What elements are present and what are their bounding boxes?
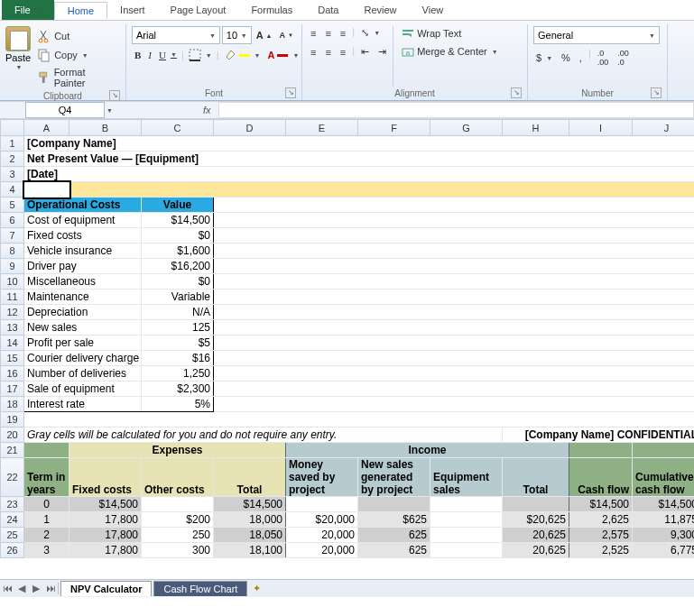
accounting-button[interactable]: $▼ — [533, 48, 555, 68]
cell[interactable] — [142, 497, 214, 512]
row-header[interactable]: 22 — [1, 458, 24, 497]
row-header[interactable]: 12 — [1, 305, 24, 320]
tab-home[interactable]: Home — [54, 2, 107, 19]
cell[interactable]: 17,800 — [69, 528, 142, 543]
cell[interactable]: $625 — [358, 512, 430, 528]
cell[interactable]: $16,200 — [142, 259, 214, 274]
cell[interactable] — [214, 228, 695, 244]
tab-data[interactable]: Data — [305, 2, 351, 18]
cell[interactable]: New sales — [24, 320, 142, 336]
cell[interactable]: Maintenance — [24, 290, 142, 305]
tab-pagelayout[interactable]: Page Layout — [158, 2, 239, 18]
cell[interactable]: 20,625 — [503, 528, 569, 543]
orientation-button[interactable]: ⤡▼ — [358, 26, 383, 40]
cell[interactable]: Vehicle insurance — [24, 244, 142, 259]
italic-button[interactable]: I — [145, 49, 154, 61]
cell[interactable]: 18,050 — [214, 528, 286, 543]
sheet-nav-first[interactable]: ⏮ — [0, 583, 14, 594]
cell[interactable]: Depreciation — [24, 305, 142, 320]
row-header[interactable]: 21 — [1, 443, 24, 458]
cell[interactable]: N/A — [142, 305, 214, 320]
decrease-decimal-button[interactable]: .00.0 — [615, 48, 632, 68]
tab-file[interactable]: File ▼ — [2, 0, 54, 20]
fill-color-button[interactable]: ▼ — [221, 48, 264, 62]
row-header[interactable]: 10 — [1, 274, 24, 290]
cell[interactable] — [214, 213, 695, 228]
cell[interactable]: 18,000 — [214, 512, 286, 528]
row-header[interactable]: 15 — [1, 351, 24, 366]
align-right-button[interactable]: ≡ — [338, 45, 348, 59]
shrink-font-button[interactable]: A▼ — [277, 26, 296, 44]
cell[interactable] — [286, 497, 358, 512]
row-header[interactable]: 18 — [1, 397, 24, 412]
cell[interactable] — [214, 336, 695, 351]
cell[interactable] — [214, 320, 695, 336]
cell[interactable] — [214, 382, 695, 397]
font-name-select[interactable]: Arial▼ — [132, 26, 220, 44]
increase-indent-button[interactable]: ⇥ — [375, 45, 389, 59]
cell[interactable]: Driver pay — [24, 259, 142, 274]
sheet-nav-prev[interactable]: ◀ — [14, 583, 29, 594]
cell[interactable]: $20,625 — [503, 512, 569, 528]
column-headers[interactable]: ABCDEFGHIJ — [1, 120, 695, 136]
cell[interactable]: 1,250 — [142, 366, 214, 382]
cell[interactable]: $20,000 — [286, 512, 358, 528]
cell[interactable]: 300 — [142, 543, 214, 558]
paste-button[interactable]: Paste ▼ — [5, 26, 31, 89]
cell[interactable]: $14,500 — [633, 497, 695, 512]
cell[interactable]: Income — [286, 443, 569, 458]
cell[interactable]: Sale of equipment — [24, 382, 142, 397]
cell[interactable]: 2,575 — [569, 528, 633, 543]
row-header[interactable]: 6 — [1, 213, 24, 228]
cell[interactable]: Fixed costs — [69, 458, 142, 497]
row-header[interactable]: 8 — [1, 244, 24, 259]
cell[interactable]: Total — [214, 458, 286, 497]
tab-review[interactable]: Review — [351, 2, 409, 18]
cell[interactable]: 9,300 — [633, 528, 695, 543]
cell[interactable] — [430, 512, 503, 528]
cell[interactable] — [214, 244, 695, 259]
cell[interactable] — [569, 443, 633, 458]
cell[interactable]: 17,800 — [69, 543, 142, 558]
row-header[interactable]: 20 — [1, 428, 24, 443]
cell[interactable]: 17,800 — [69, 512, 142, 528]
cell[interactable] — [214, 290, 695, 305]
chevron-down-icon[interactable]: ▼ — [106, 107, 113, 114]
cell[interactable]: 2 — [24, 528, 69, 543]
dialog-launcher-icon[interactable]: ↘ — [511, 87, 522, 98]
cell[interactable]: 625 — [358, 543, 430, 558]
tab-insert[interactable]: Insert — [107, 2, 158, 18]
cell[interactable]: 2,625 — [569, 512, 633, 528]
fx-icon[interactable]: fx — [203, 105, 211, 115]
cut-button[interactable]: Cut — [34, 28, 120, 44]
cell[interactable]: Cost of equipment — [24, 213, 142, 228]
align-top-button[interactable]: ≡ — [308, 26, 319, 40]
align-middle-button[interactable]: ≡ — [322, 26, 333, 40]
percent-button[interactable]: % — [559, 48, 573, 68]
new-sheet-icon[interactable]: ✦ — [253, 583, 261, 594]
comma-button[interactable]: , — [577, 48, 585, 68]
cell[interactable] — [24, 443, 69, 458]
cell[interactable]: 625 — [358, 528, 430, 543]
row-header[interactable]: 14 — [1, 336, 24, 351]
border-button[interactable]: ▼ — [186, 48, 215, 62]
cell[interactable]: 250 — [142, 528, 214, 543]
font-color-button[interactable]: A▼ — [265, 49, 302, 61]
cell[interactable]: Profit per sale — [24, 336, 142, 351]
cell[interactable] — [24, 412, 695, 428]
cell[interactable]: 2,525 — [569, 543, 633, 558]
row-header[interactable]: 4 — [1, 182, 24, 198]
cell[interactable]: $0 — [142, 228, 214, 244]
align-bottom-button[interactable]: ≡ — [338, 26, 348, 40]
cell[interactable] — [358, 497, 430, 512]
tab-view[interactable]: View — [410, 2, 457, 18]
align-center-button[interactable]: ≡ — [322, 45, 333, 59]
sheet-tab-npv[interactable]: NPV Calculator — [60, 581, 152, 596]
cell[interactable]: Fixed costs — [24, 228, 142, 244]
active-cell[interactable] — [24, 182, 69, 198]
cell[interactable] — [214, 259, 695, 274]
cell[interactable]: [Company Name] CONFIDENTIAL — [503, 428, 695, 443]
cell[interactable]: $14,500 — [142, 213, 214, 228]
cell[interactable]: $5 — [142, 336, 214, 351]
cell[interactable]: Term in years — [24, 458, 69, 497]
